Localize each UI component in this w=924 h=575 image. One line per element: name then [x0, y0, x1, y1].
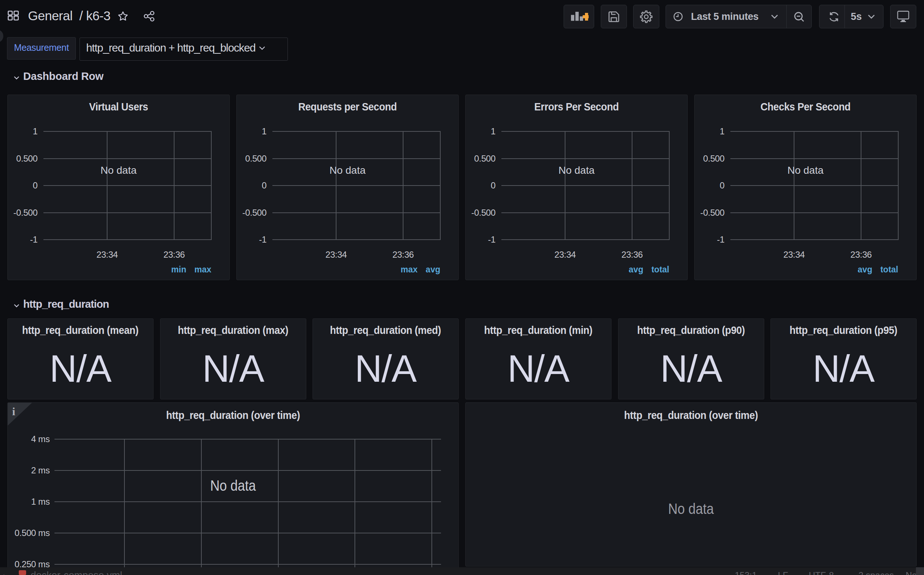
svg-text:i: i: [12, 405, 15, 418]
